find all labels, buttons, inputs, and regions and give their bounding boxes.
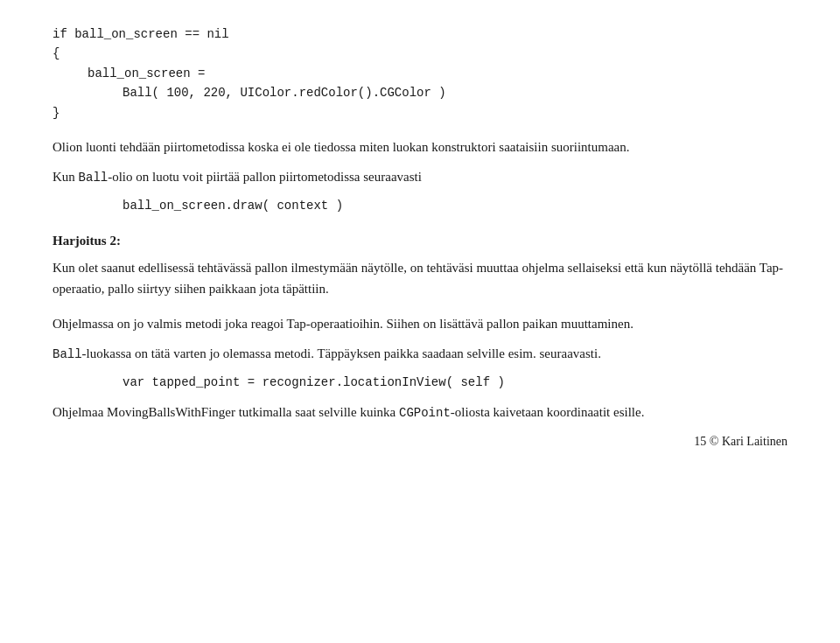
code-block-3: var tapped_point = recognizer.locationIn… bbox=[122, 373, 788, 392]
harjoitus-heading: Harjoitus 2: bbox=[52, 234, 788, 248]
prose-paragraph-5: Ohjelmaa MovingBallsWithFinger tutkimall… bbox=[52, 402, 788, 423]
inline-code-cgpoint: CGPoint bbox=[399, 406, 451, 420]
footer-author: Kari Laitinen bbox=[722, 435, 788, 448]
inline-code-ball: Ball bbox=[79, 171, 108, 185]
footer-separator: © bbox=[710, 435, 722, 448]
page-footer: 15 © Kari Laitinen bbox=[694, 435, 788, 449]
code-block-1: if ball_on_screen == nil { ball_on_scree… bbox=[52, 24, 788, 122]
code-line-1: if ball_on_screen == nil bbox=[52, 24, 788, 44]
code-draw-line: ball_on_screen.draw( context ) bbox=[122, 196, 788, 215]
inline-code-ball-2: Ball bbox=[52, 347, 82, 361]
code-line-5: } bbox=[52, 103, 788, 122]
code-line-4: Ball( 100, 220, UIColor.redColor().CGCol… bbox=[122, 83, 788, 102]
prose-paragraph-4: Ball-luokassa on tätä varten jo olemassa… bbox=[52, 343, 788, 364]
code-tapped-point-line: var tapped_point = recognizer.locationIn… bbox=[122, 373, 788, 392]
page-number: 15 bbox=[694, 435, 706, 448]
code-block-2: ball_on_screen.draw( context ) bbox=[122, 196, 788, 215]
harjoitus-text: Kun olet saanut edellisessä tehtävässä p… bbox=[52, 257, 788, 299]
prose-paragraph-1: Olion luonti tehdään piirtometodissa kos… bbox=[52, 136, 788, 157]
page-container: if ball_on_screen == nil { ball_on_scree… bbox=[0, 0, 840, 466]
prose-paragraph-3: Ohjelmassa on jo valmis metodi joka reag… bbox=[52, 313, 788, 334]
code-line-2: { bbox=[52, 44, 788, 63]
code-line-3: ball_on_screen = bbox=[88, 64, 788, 83]
prose-paragraph-2: Kun Ball-olio on luotu voit piirtää pall… bbox=[52, 166, 788, 187]
